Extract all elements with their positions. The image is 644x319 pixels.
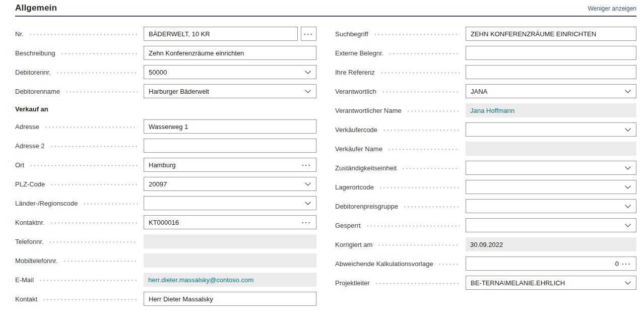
- field-row-plz-code: PLZ-Code: [15, 174, 316, 194]
- chevron-down-icon[interactable]: [304, 70, 311, 75]
- field-row-email: E-Mail herr.dieter.massalsky@contoso.com: [15, 270, 316, 289]
- debitorenname-input[interactable]: [149, 88, 301, 95]
- verkauf-an-header: Verkauf an: [15, 105, 48, 113]
- abweichende-kalkulationsvorlage-input-box: ···: [466, 257, 636, 271]
- plz-code-input[interactable]: [149, 180, 301, 188]
- field-row-beschreibung: Beschreibung: [15, 43, 316, 62]
- debitorennr-input-box: [144, 65, 316, 79]
- korrigiert-am-readonly-box: 30.09.2022: [466, 237, 636, 251]
- show-less-link[interactable]: Weniger anzeigen: [588, 5, 636, 13]
- externe-belegnr-input[interactable]: [471, 49, 631, 57]
- korrigiert-am-value: 30.09.2022: [470, 241, 503, 248]
- dotted-leader: [379, 187, 460, 188]
- verkaeufer-name-label: Verkäufer Name: [335, 145, 382, 153]
- kontakt-input[interactable]: [149, 295, 311, 303]
- abweichende-kalkulationsvorlage-input[interactable]: [471, 260, 619, 268]
- lookup-ellipsis-icon[interactable]: ···: [302, 219, 311, 226]
- dotted-leader: [402, 168, 460, 169]
- right-column: Suchbegriff Externe Belegnr. Ihre Refere…: [335, 24, 636, 308]
- dotted-leader: [56, 72, 138, 74]
- ihre-referenz-label: Ihre Referenz: [335, 69, 375, 76]
- verantwortlicher-name-label: Verantwortlicher Name: [335, 107, 402, 114]
- dotted-leader: [65, 91, 138, 93]
- debitorenname-label: Debitorenname: [15, 88, 60, 95]
- adresse-input-box: [144, 119, 316, 134]
- chevron-down-icon[interactable]: [624, 185, 631, 189]
- nr-input[interactable]: [149, 30, 293, 38]
- dotted-leader: [60, 53, 138, 54]
- kontaktnr-input[interactable]: [149, 219, 299, 226]
- lookup-ellipsis-icon[interactable]: ···: [302, 162, 311, 168]
- lagerortcode-label: Lagerortcode: [335, 183, 374, 191]
- chevron-down-icon[interactable]: [624, 127, 631, 132]
- chevron-down-icon[interactable]: [624, 281, 631, 285]
- dotted-leader: [380, 72, 460, 74]
- dotted-leader: [438, 264, 460, 265]
- plz-code-input-box: [144, 177, 316, 191]
- adresse-input[interactable]: [149, 123, 311, 131]
- subsection-verkauf-an: Verkauf an: [15, 101, 316, 117]
- chevron-down-icon[interactable]: [304, 182, 311, 186]
- field-row-ort: Ort ···: [15, 155, 316, 174]
- dotted-leader: [389, 53, 460, 54]
- field-row-kontakt: Kontakt: [15, 289, 316, 308]
- chevron-down-icon[interactable]: [624, 223, 631, 228]
- ort-input[interactable]: [149, 161, 299, 169]
- kontakt-label: Kontakt: [15, 295, 37, 303]
- field-row-verkaeufercode: Verkäufercode: [335, 120, 636, 139]
- chevron-down-icon[interactable]: [304, 201, 311, 206]
- debitorennr-input[interactable]: [149, 69, 301, 76]
- nr-assist-edit-button[interactable]: ···: [301, 27, 316, 41]
- dotted-leader: [44, 126, 138, 128]
- email-readonly-box: herr.dieter.massalsky@contoso.com: [144, 273, 316, 287]
- field-row-verkaeufer-name: Verkäufer Name: [335, 139, 636, 158]
- field-row-ihre-referenz: Ihre Referenz: [335, 62, 636, 82]
- field-row-projektleiter: Projektleiter: [335, 273, 636, 292]
- gesperrt-input[interactable]: [471, 222, 621, 229]
- laender-regionscode-input-box: [144, 196, 316, 210]
- adresse2-input[interactable]: [149, 142, 311, 150]
- laender-regionscode-input[interactable]: [149, 200, 301, 207]
- dotted-leader: [48, 241, 138, 243]
- chevron-down-icon[interactable]: [624, 89, 631, 94]
- chevron-down-icon[interactable]: [624, 166, 631, 170]
- field-row-suchbegriff: Suchbegriff: [335, 24, 636, 43]
- zustaendigkeitseinheit-input[interactable]: [471, 164, 621, 172]
- chevron-down-icon[interactable]: [624, 204, 631, 209]
- field-row-verantwortlich: Verantwortlich: [335, 82, 636, 101]
- debitorenpreisgruppe-input[interactable]: [471, 203, 621, 210]
- field-row-adresse: Adresse: [15, 117, 316, 136]
- projektleiter-input[interactable]: [471, 279, 621, 287]
- zustaendigkeitseinheit-label: Zuständigkeitseinheit: [335, 164, 397, 172]
- mobiltelefonnr-readonly-box: [144, 253, 316, 268]
- dotted-leader: [381, 91, 460, 93]
- debitorenname-input-box: [144, 84, 316, 98]
- laender-regionscode-label: Länder-/Regionscode: [15, 200, 78, 207]
- kontaktnr-label: Kontaktnr.: [15, 219, 45, 226]
- lookup-ellipsis-icon[interactable]: ···: [622, 261, 631, 267]
- beschreibung-input[interactable]: [149, 49, 311, 57]
- ellipsis-icon: ···: [304, 31, 313, 37]
- email-label: E-Mail: [15, 276, 34, 284]
- ihre-referenz-input[interactable]: [471, 69, 631, 76]
- dotted-leader: [373, 34, 460, 35]
- chevron-down-icon[interactable]: [304, 89, 311, 94]
- verantwortlicher-name-link[interactable]: Jana Hoffmann: [470, 107, 514, 114]
- kontaktnr-input-box: ···: [144, 215, 316, 229]
- verkaeufercode-input[interactable]: [471, 126, 621, 134]
- mobiltelefonnr-label: Mobiltelefonnr.: [15, 257, 58, 265]
- suchbegriff-input[interactable]: [471, 30, 631, 38]
- verkaeufer-name-readonly-box: [466, 142, 636, 156]
- field-row-debitorenpreisgruppe: Debitorenpreisgruppe: [335, 197, 636, 216]
- field-row-kontaktnr: Kontaktnr. ···: [15, 213, 316, 232]
- adresse2-label: Adresse 2: [15, 142, 45, 150]
- gesperrt-input-box: [466, 218, 636, 232]
- dotted-leader: [29, 165, 138, 166]
- lagerortcode-input[interactable]: [471, 183, 621, 191]
- projektleiter-label: Projektleiter: [335, 279, 370, 287]
- dotted-leader: [42, 299, 138, 300]
- email-link[interactable]: herr.dieter.massalsky@contoso.com: [148, 276, 253, 284]
- dotted-leader: [388, 149, 460, 150]
- verantwortlich-input[interactable]: [471, 88, 621, 95]
- field-row-zustaendigkeitseinheit: Zuständigkeitseinheit: [335, 158, 636, 177]
